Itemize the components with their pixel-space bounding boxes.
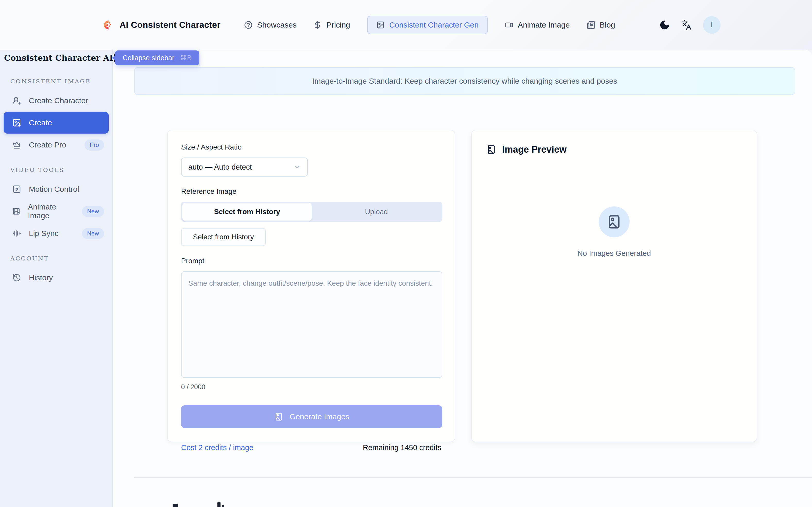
image-preview-card: Image Preview No Images Generated	[471, 130, 757, 442]
moon-icon	[659, 19, 670, 31]
preview-header: Image Preview	[486, 144, 742, 155]
sidebar-item-create[interactable]: Create	[4, 112, 109, 133]
tooltip-shortcut: ⌘B	[180, 54, 192, 62]
chevron-down-icon	[293, 163, 301, 171]
nav-label: Blog	[600, 20, 615, 29]
sidebar-item-history[interactable]: History	[4, 267, 109, 288]
generation-form-card: Size / Aspect Ratio auto — Auto detect R…	[167, 130, 455, 442]
language-button[interactable]	[681, 20, 692, 30]
sidebar-item-animate-image[interactable]: Animate Image New	[4, 201, 109, 222]
cost-per-image: Cost 2 credits / image	[181, 443, 253, 452]
image-plus-icon	[12, 118, 21, 127]
prompt-input[interactable]	[181, 271, 442, 378]
image-portrait-icon	[274, 412, 284, 421]
generate-images-button[interactable]: Generate Images	[181, 405, 442, 428]
video-icon	[505, 21, 513, 29]
section-divider	[134, 477, 812, 478]
main-nav: Showcases Pricing Consistent Character G…	[244, 16, 615, 34]
empty-preview-text: No Images Generated	[577, 249, 651, 258]
audio-lines-icon	[12, 229, 21, 238]
header-actions: I	[659, 16, 720, 34]
empty-preview-state: No Images Generated	[472, 207, 757, 258]
tab-upload[interactable]: Upload	[312, 203, 441, 221]
nav-pricing[interactable]: Pricing	[313, 20, 350, 29]
app-logo-icon	[100, 19, 112, 31]
clipped-section-heading	[222, 505, 224, 507]
theme-toggle-button[interactable]	[659, 19, 670, 31]
sidebar-title: Consistent Character AI	[4, 53, 113, 63]
sidebar-item-label: History	[29, 273, 53, 282]
sidebar: Consistent Character AI CONSISTENT IMAGE…	[0, 50, 113, 507]
sidebar-item-label: Create	[29, 118, 52, 127]
char-counter: 0 / 2000	[181, 383, 441, 391]
image-icon	[376, 21, 385, 29]
tooltip-label: Collapse sidebar	[122, 54, 174, 62]
sidebar-header: Consistent Character AI	[0, 50, 112, 66]
tab-select-from-history[interactable]: Select from History	[183, 203, 312, 221]
avatar-initial: I	[711, 20, 713, 29]
empty-image-placeholder	[599, 207, 629, 237]
sidebar-item-create-pro[interactable]: Create Pro Pro	[4, 134, 109, 156]
dollar-icon	[313, 21, 322, 29]
sidebar-section-video-tools: VIDEO TOOLS	[10, 167, 109, 173]
select-from-history-button[interactable]: Select from History	[181, 228, 266, 246]
main-panel: Image-to-Image Standard: Keep character …	[113, 50, 812, 507]
sidebar-item-create-character[interactable]: Create Character	[4, 90, 109, 111]
clipped-section-heading	[172, 504, 178, 507]
reference-image-label: Reference Image	[181, 187, 441, 195]
nav-showcases[interactable]: Showcases	[244, 20, 297, 29]
brand: AI Consistent Character	[100, 19, 220, 31]
reference-source-tabs: Select from History Upload	[181, 202, 442, 222]
sidebar-nav: CONSISTENT IMAGE Create Character Create…	[0, 66, 112, 289]
sidebar-section-account: ACCOUNT	[10, 255, 109, 262]
nav-animate-image[interactable]: Animate Image	[505, 20, 570, 29]
collapse-sidebar-tooltip: Collapse sidebar ⌘B	[109, 50, 199, 65]
play-square-icon	[12, 185, 21, 193]
app-title: AI Consistent Character	[119, 20, 220, 30]
film-icon	[12, 207, 20, 216]
size-label: Size / Aspect Ratio	[181, 143, 441, 151]
user-plus-icon	[12, 96, 21, 105]
mode-banner: Image-to-Image Standard: Keep character …	[134, 67, 795, 95]
sidebar-item-motion-control[interactable]: Motion Control	[4, 178, 109, 200]
size-select[interactable]: auto — Auto detect	[181, 158, 308, 177]
nav-consistent-character-gen[interactable]: Consistent Character Gen	[367, 16, 488, 34]
generate-button-label: Generate Images	[290, 412, 349, 421]
remaining-credits: Remaining 1450 credits	[363, 443, 441, 452]
pro-badge: Pro	[85, 139, 104, 151]
new-badge: New	[82, 228, 104, 239]
top-nav: AI Consistent Character Showcases Pricin…	[0, 0, 812, 50]
translate-icon	[681, 20, 692, 30]
image-portrait-icon	[486, 145, 496, 155]
user-avatar[interactable]: I	[703, 16, 720, 34]
clipped-section-heading	[217, 502, 220, 507]
help-circle-icon	[244, 21, 252, 29]
newspaper-icon	[587, 21, 595, 29]
new-badge: New	[82, 206, 104, 217]
image-portrait-icon	[606, 214, 622, 230]
nav-label: Consistent Character Gen	[389, 20, 479, 29]
sidebar-item-label: Create Pro	[29, 140, 66, 149]
crown-icon	[12, 140, 21, 149]
sidebar-item-label: Motion Control	[29, 185, 79, 193]
sidebar-item-label: Create Character	[29, 96, 88, 105]
sidebar-item-label: Lip Sync	[29, 229, 58, 238]
nav-blog[interactable]: Blog	[587, 20, 615, 29]
credits-row: Cost 2 credits / image Remaining 1450 cr…	[181, 443, 441, 452]
sidebar-section-consistent-image: CONSISTENT IMAGE	[10, 78, 109, 85]
prompt-label: Prompt	[181, 257, 441, 265]
nav-label: Showcases	[257, 20, 297, 29]
nav-label: Pricing	[326, 20, 350, 29]
size-select-value: auto — Auto detect	[188, 163, 252, 171]
sidebar-item-lip-sync[interactable]: Lip Sync New	[4, 223, 109, 244]
history-icon	[12, 273, 21, 282]
sidebar-item-label: Animate Image	[28, 203, 74, 220]
nav-label: Animate Image	[518, 20, 570, 29]
preview-title: Image Preview	[502, 144, 566, 155]
